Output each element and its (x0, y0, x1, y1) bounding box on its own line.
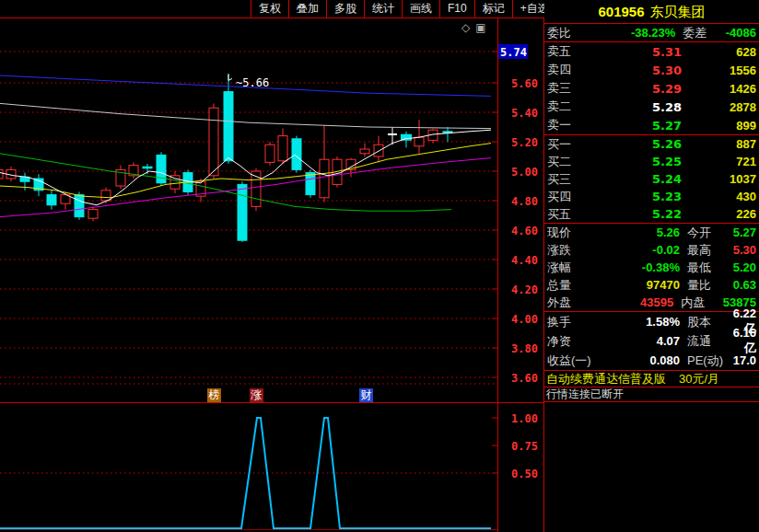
trend-line-gray (0, 103, 491, 128)
indicator-tag-1[interactable]: 涨 (250, 388, 263, 402)
toolbar-button-0[interactable]: 复权 (251, 0, 289, 17)
chart-icons: ◇▣ (461, 21, 492, 34)
ask-row: 卖五5.31628 (544, 42, 759, 61)
svg-text:5.20: 5.20 (511, 136, 538, 149)
indicator-tag-0[interactable]: 榜 (207, 388, 221, 402)
stat-row: 换手1.58%股本6.22亿 (544, 312, 759, 331)
svg-text:1.00: 1.00 (511, 412, 538, 425)
ask-row: 卖一5.27899 (544, 116, 759, 134)
bid-levels: 买一5.26887买二5.25721买三5.241037买四5.23430买五5… (544, 135, 759, 224)
toolbar: 复权叠加多股统计画线F10标记+自选返回 (251, 0, 595, 17)
stock-title: 601956东贝集团 (544, 0, 759, 24)
stock-name: 东贝集团 (650, 4, 706, 19)
svg-text:5.40: 5.40 (511, 107, 538, 120)
toolbar-button-1[interactable]: 叠加 (289, 0, 327, 17)
stat-row: 总量97470量比0.63 (544, 276, 759, 294)
toolbar-button-3[interactable]: 统计 (365, 0, 403, 17)
stat-row: 委比-38.23%委差-4086 (544, 24, 759, 41)
stat-row: 涨跌-0.02最高5.30 (544, 241, 759, 259)
subscription-ad[interactable]: 自动续费通达信普及版 30元/月 (544, 371, 759, 387)
main-chart[interactable]: 5.605.405.205.004.804.604.404.204.003.80… (0, 0, 544, 532)
bid-row: 买一5.26887 (544, 135, 759, 153)
bid-row: 买四5.23430 (544, 188, 759, 205)
stat-row: 外盘43595内盘53875 (544, 294, 759, 311)
svg-text:~5.66: ~5.66 (236, 76, 269, 89)
bid-row: 买三5.241037 (544, 170, 759, 188)
quote-panel: 601956东贝集团 委比-38.23%委差-4086 卖五5.31628卖四5… (544, 0, 759, 532)
indicator-tag-2[interactable]: 财 (359, 388, 373, 402)
svg-text:4.20: 4.20 (511, 283, 538, 296)
ask-row: 卖二5.282878 (544, 98, 759, 116)
svg-text:4.60: 4.60 (511, 225, 538, 237)
stat-row: 净资4.07流通6.16亿 (544, 331, 759, 351)
fundamental-stats: 换手1.58%股本6.22亿净资4.07流通6.16亿收益(一)0.080PE(… (544, 312, 759, 371)
toolbar-button-5[interactable]: F10 (440, 0, 475, 17)
toolbar-button-2[interactable]: 多股 (327, 0, 365, 17)
toolbar-button-4[interactable]: 画线 (403, 0, 440, 17)
connection-status: 行情连接已断开 (544, 387, 759, 402)
ask-row: 卖四5.301556 (544, 61, 759, 79)
svg-text:3.80: 3.80 (511, 342, 538, 355)
svg-text:5.60: 5.60 (511, 77, 538, 90)
stat-row: 收益(一)0.080PE(动)17.0 (544, 351, 759, 370)
stock-code: 601956 (598, 4, 644, 19)
bid-row: 买五5.22226 (544, 205, 759, 223)
toolbar-button-6[interactable]: 标记 (475, 0, 513, 17)
ask-row: 卖三5.291426 (544, 79, 759, 98)
weibi-row: 委比-38.23%委差-4086 (544, 24, 759, 42)
quote-stats: 现价5.26今开5.27涨跌-0.02最高5.30涨幅-0.38%最低5.20总… (544, 224, 759, 312)
svg-text:5.74: 5.74 (500, 46, 527, 59)
ad-price: 30元/月 (679, 371, 719, 387)
stat-row: 现价5.26今开5.27 (544, 224, 759, 241)
stat-row: 涨幅-0.38%最低5.20 (544, 259, 759, 276)
svg-text:3.60: 3.60 (511, 372, 538, 385)
split-screen-icon[interactable]: ▣ (475, 21, 491, 34)
svg-text:4.40: 4.40 (511, 254, 538, 267)
diamond-icon[interactable]: ◇ (461, 21, 475, 34)
svg-text:5.00: 5.00 (511, 166, 538, 179)
ask-levels: 卖五5.31628卖四5.301556卖三5.291426卖二5.282878卖… (544, 42, 759, 135)
svg-text:0.75: 0.75 (511, 440, 538, 453)
svg-text:0.50: 0.50 (511, 468, 538, 480)
ad-text: 自动续费通达信普及版 (546, 371, 666, 387)
svg-text:4.80: 4.80 (511, 195, 538, 208)
bid-row: 买二5.25721 (544, 153, 759, 170)
svg-text:4.00: 4.00 (511, 313, 538, 326)
